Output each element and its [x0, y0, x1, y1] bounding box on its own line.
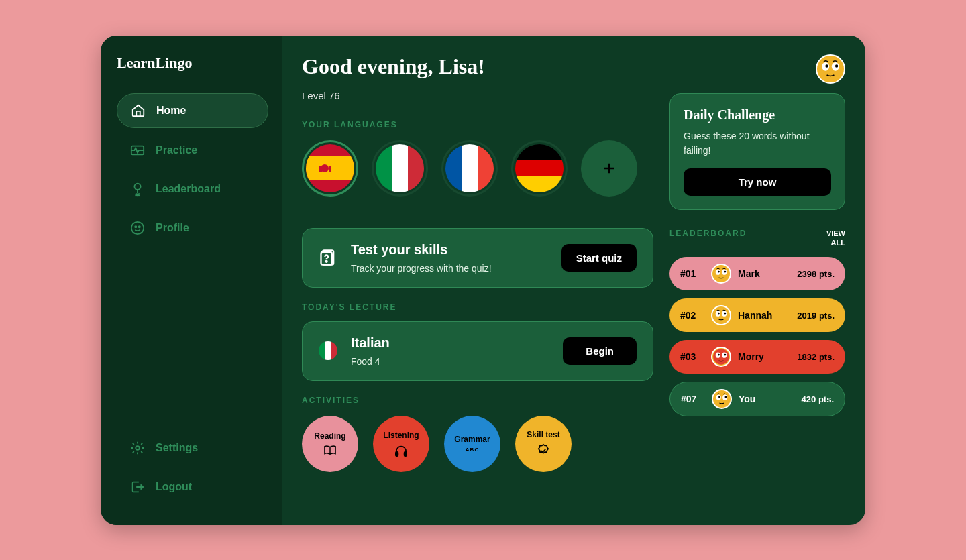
svg-rect-16 [376, 144, 392, 192]
sidebar-bottom: Settings Logout [117, 431, 268, 509]
activity-skilltest[interactable]: Skill test [515, 416, 572, 472]
svg-rect-22 [515, 144, 564, 160]
svg-rect-24 [515, 176, 564, 192]
svg-point-27 [326, 261, 327, 262]
svg-rect-19 [445, 144, 462, 192]
language-list [302, 140, 653, 197]
book-icon [323, 445, 337, 457]
svg-point-6 [134, 183, 140, 189]
leaderboard-points: 2398 pts. [797, 269, 835, 279]
italy-flag-icon [376, 144, 424, 192]
avatar-icon [711, 347, 731, 367]
app-window: LearnLingo Home Practice Leaderboard [101, 36, 865, 525]
activity-grammar[interactable]: Grammar ABC [444, 416, 500, 472]
sidebar-item-label: Leaderboard [156, 183, 221, 195]
avatar-icon [712, 389, 732, 409]
lecture-language: Italian [351, 335, 549, 351]
activity-label: Reading [314, 431, 345, 441]
leaderboard-label: LEADERBOARD [669, 229, 747, 238]
activities-label: ACTIVITIES [302, 396, 653, 405]
svg-rect-23 [515, 160, 564, 176]
svg-point-9 [139, 226, 140, 227]
avatar-icon [711, 305, 731, 325]
profile-icon [130, 221, 145, 235]
leaderboard-rank: #02 [680, 310, 704, 321]
activity-reading[interactable]: Reading [302, 416, 358, 472]
leaderboard-list: #01 Mark 2398 pts. #02 Hannah 2019 pts. … [669, 257, 845, 416]
language-flag-france[interactable] [441, 140, 498, 197]
start-quiz-button[interactable]: Start quiz [561, 244, 637, 272]
language-flag-italy[interactable] [372, 140, 428, 197]
daily-challenge-title: Daily Challenge [684, 107, 831, 123]
lecture-lesson: Food 4 [351, 356, 549, 367]
sidebar-item-settings[interactable]: Settings [117, 431, 268, 465]
activity-label: Listening [383, 431, 419, 440]
main-content: Good evening, Lisa! Level 76 YOUR LANGUA… [282, 36, 865, 525]
svg-rect-18 [408, 144, 424, 192]
germany-flag-icon [515, 144, 564, 192]
sidebar-item-logout[interactable]: Logout [117, 470, 268, 504]
add-language-button[interactable] [581, 140, 637, 197]
sidebar-item-profile[interactable]: Profile [117, 211, 268, 245]
practice-icon [130, 143, 145, 158]
abc-icon: ABC [466, 447, 479, 453]
svg-point-8 [135, 226, 136, 227]
languages-label: YOUR LANGUAGES [302, 120, 653, 129]
leaderboard-name: You [739, 394, 795, 404]
leaderboard-row[interactable]: #02 Hannah 2019 pts. [669, 298, 845, 332]
try-now-button[interactable]: Try now [684, 168, 831, 196]
spain-flag-icon [306, 144, 354, 192]
avatar-icon [711, 264, 731, 284]
lecture-label: TODAY'S LECTURE [302, 302, 653, 312]
leaderboard-rank: #01 [680, 268, 704, 279]
quiz-icon [319, 248, 337, 267]
leaderboard-name: Morry [738, 351, 790, 362]
france-flag-icon [445, 144, 494, 192]
leaderboard-rank: #07 [681, 394, 705, 404]
svg-rect-15 [329, 166, 331, 172]
leaderboard-name: Mark [738, 268, 790, 279]
sidebar-item-leaderboard[interactable]: Leaderboard [117, 172, 268, 206]
activity-listening[interactable]: Listening [373, 416, 429, 472]
leaderboard-points: 420 pts. [802, 394, 834, 404]
sidebar-nav: Home Practice Leaderboard Profile [117, 93, 268, 431]
sidebar-item-home[interactable]: Home [117, 93, 268, 128]
svg-point-33 [713, 349, 729, 365]
sidebar-item-label: Profile [156, 222, 189, 234]
leaderboard-row[interactable]: #03 Morry 1832 pts. [669, 340, 845, 374]
leaderboard-rank: #03 [680, 351, 704, 362]
svg-point-7 [131, 221, 144, 233]
svg-rect-14 [319, 166, 322, 172]
daily-challenge-card: Daily Challenge Guess these 20 words wit… [669, 93, 845, 210]
leaderboard-name: Hannah [738, 310, 790, 321]
headphones-icon [394, 444, 409, 457]
language-flag-germany[interactable] [511, 140, 568, 197]
user-avatar[interactable] [816, 54, 845, 84]
language-flag-spain[interactable] [302, 140, 358, 197]
logout-icon [130, 480, 145, 494]
leaderboard-row-self[interactable]: #07 You 420 pts. [669, 382, 845, 416]
leaderboard-row[interactable]: #01 Mark 2398 pts. [669, 257, 845, 290]
activities-list: Reading Listening Grammar ABC Skill test [302, 416, 653, 472]
svg-rect-30 [331, 341, 337, 360]
svg-rect-21 [478, 144, 494, 192]
test-skills-subtitle: Track your progress with the quiz! [351, 263, 548, 274]
leaderboard-view-all[interactable]: VIEWALL [826, 229, 845, 248]
lecture-flag-italy-icon [319, 341, 337, 360]
gear-icon [130, 441, 145, 455]
sidebar: LearnLingo Home Practice Leaderboard [101, 36, 282, 525]
activity-label: Grammar [454, 435, 490, 444]
begin-lecture-button[interactable]: Begin [563, 337, 637, 365]
test-skills-card: Test your skills Track your progress wit… [302, 228, 653, 288]
svg-rect-17 [392, 144, 408, 192]
divider [282, 213, 674, 213]
svg-rect-20 [462, 144, 478, 192]
test-skills-title: Test your skills [351, 242, 548, 258]
sidebar-item-practice[interactable]: Practice [117, 133, 268, 167]
activity-label: Skill test [527, 430, 559, 439]
user-level: Level 76 [302, 90, 653, 101]
daily-challenge-desc: Guess these 20 words without failing! [684, 129, 831, 158]
sidebar-item-label: Settings [156, 442, 198, 454]
sidebar-item-label: Practice [156, 144, 197, 156]
svg-point-36 [718, 354, 720, 356]
